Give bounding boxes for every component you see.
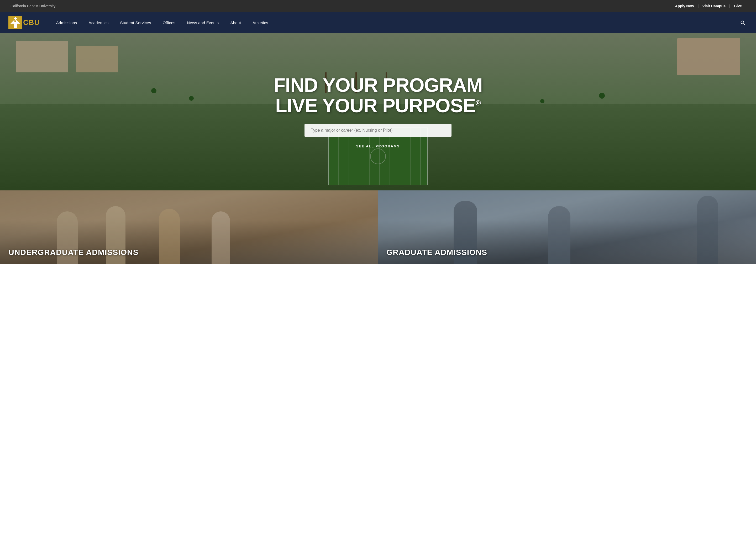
hero-headline-line1: FIND YOUR PROGRAM [274,74,482,96]
nav-admissions[interactable]: Admissions [50,12,83,33]
svg-rect-5 [14,18,17,19]
hero-headline-line2: LIVE YOUR PURPOSE® [275,95,481,116]
svg-rect-1 [14,24,17,28]
logo-letter-c: C [23,18,29,27]
main-navbar: CBU Admissions Academics Student Service… [0,12,756,33]
search-icon [740,20,745,25]
nav-academics[interactable]: Academics [83,12,114,33]
nav-student-services[interactable]: Student Services [114,12,157,33]
program-search-input[interactable] [311,128,445,133]
hero-headline: FIND YOUR PROGRAM LIVE YOUR PURPOSE® [274,75,482,116]
hero-section: FIND YOUR PROGRAM LIVE YOUR PURPOSE® SEE… [0,33,756,191]
logo-text: CBU [23,18,40,27]
university-name: California Baptist University [11,4,55,8]
undergraduate-card[interactable]: UNDERGRADUATE ADMISSIONS [0,191,378,264]
see-all-programs-link[interactable]: SEE ALL PROGRAMS [356,144,400,148]
nav-athletics[interactable]: Athletics [247,12,274,33]
apply-now-link[interactable]: Apply Now [671,4,698,8]
search-button[interactable] [738,17,747,28]
give-link[interactable]: Give [730,4,745,8]
nav-about[interactable]: About [225,12,247,33]
top-bar-links: Apply Now | Visit Campus | Give [671,4,745,8]
bottom-cards: UNDERGRADUATE ADMISSIONS GRADUATE ADMISS… [0,191,756,264]
nav-news-events[interactable]: News and Events [181,12,225,33]
visit-campus-link[interactable]: Visit Campus [699,4,729,8]
cbu-logo-icon [9,16,22,29]
graduate-card[interactable]: GRADUATE ADMISSIONS [378,191,756,264]
nav-offices[interactable]: Offices [157,12,181,33]
hero-content: FIND YOUR PROGRAM LIVE YOUR PURPOSE® SEE… [268,75,488,148]
undergrad-label: UNDERGRADUATE ADMISSIONS [9,248,139,257]
grad-label: GRADUATE ADMISSIONS [387,248,487,257]
logo-link[interactable]: CBU [9,16,40,29]
top-bar: California Baptist University Apply Now … [0,0,756,12]
nav-links: Admissions Academics Student Services Of… [50,12,738,33]
trademark-symbol: ® [476,99,481,107]
hero-search-box[interactable] [305,124,451,137]
